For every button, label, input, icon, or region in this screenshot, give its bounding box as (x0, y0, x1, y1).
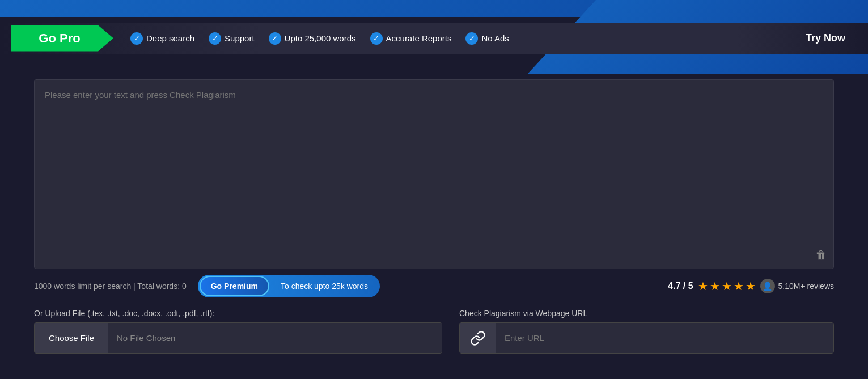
star-5-half: ★ (746, 279, 756, 293)
clear-textarea-button[interactable]: 🗑 (815, 249, 827, 262)
url-input-wrapper (459, 322, 834, 354)
check-icon-support: ✓ (209, 32, 221, 45)
main-content: 🗑 1000 words limit per search | Total wo… (34, 79, 834, 379)
text-area-container: 🗑 (34, 79, 834, 269)
feature-reports: ✓ Accurate Reports (370, 32, 452, 45)
pro-banner: Go Pro ✓ Deep search ✓ Support ✓ Upto 25… (0, 23, 868, 54)
star-3: ★ (722, 279, 732, 293)
go-premium-area: Go Premium To check upto 25k words (198, 275, 380, 297)
upload-label: Or Upload File (.tex, .txt, .doc, .docx,… (34, 309, 442, 318)
trash-icon: 🗑 (815, 249, 827, 261)
pro-features-list: ✓ Deep search ✓ Support ✓ Upto 25,000 wo… (130, 32, 794, 45)
choose-file-button[interactable]: Choose File (35, 323, 108, 353)
star-4: ★ (734, 279, 744, 293)
feature-label-deep-search: Deep search (146, 33, 194, 43)
star-rating: ★ ★ ★ ★ ★ (698, 279, 756, 293)
reviews-count: 👤 5.10M+ reviews (760, 279, 834, 293)
check-icon-reports: ✓ (370, 32, 383, 45)
go-premium-button[interactable]: Go Premium (200, 276, 269, 296)
url-check-area: Check Plagiarism via Webpage URL (459, 309, 834, 354)
feature-support: ✓ Support (209, 32, 255, 45)
feature-words: ✓ Upto 25,000 words (269, 32, 356, 45)
file-upload-area: Or Upload File (.tex, .txt, .doc, .docx,… (34, 309, 442, 354)
url-icon-button[interactable] (460, 323, 496, 353)
star-2: ★ (710, 279, 720, 293)
feature-label-support: Support (225, 33, 255, 43)
url-section-label: Check Plagiarism via Webpage URL (459, 309, 834, 318)
rating-score: 4.7 / 5 (668, 281, 693, 291)
feature-no-ads: ✓ No Ads (465, 32, 509, 45)
go-pro-label: Go Pro (39, 31, 80, 45)
feature-label-words: Upto 25,000 words (285, 33, 356, 43)
bottom-row: Or Upload File (.tex, .txt, .doc, .docx,… (34, 309, 834, 354)
file-input-wrapper: Choose File No File Chosen (34, 322, 442, 354)
check-icon-deep-search: ✓ (130, 32, 143, 45)
file-name-display: No File Chosen (108, 323, 442, 353)
rating-area: 4.7 / 5 ★ ★ ★ ★ ★ 👤 5.10M+ reviews (668, 279, 834, 293)
link-icon (470, 330, 486, 346)
info-bar: 1000 words limit per search | Total word… (34, 275, 834, 297)
check-25k-label: To check upto 25k words (270, 277, 378, 295)
upload-section: Or Upload File (.tex, .txt, .doc, .docx,… (34, 309, 834, 354)
go-pro-badge[interactable]: Go Pro (11, 25, 113, 52)
feature-label-reports: Accurate Reports (386, 33, 452, 43)
feature-label-no-ads: No Ads (481, 33, 509, 43)
check-icon-words: ✓ (269, 32, 281, 45)
check-icon-no-ads: ✓ (465, 32, 478, 45)
feature-deep-search: ✓ Deep search (130, 32, 194, 45)
plagiarism-text-input[interactable] (35, 80, 833, 269)
reviews-user-icon: 👤 (760, 279, 775, 293)
try-now-button[interactable]: Try Now (794, 28, 857, 49)
star-1: ★ (698, 279, 708, 293)
word-limit-text: 1000 words limit per search | Total word… (34, 282, 187, 291)
url-input-field[interactable] (496, 323, 833, 353)
